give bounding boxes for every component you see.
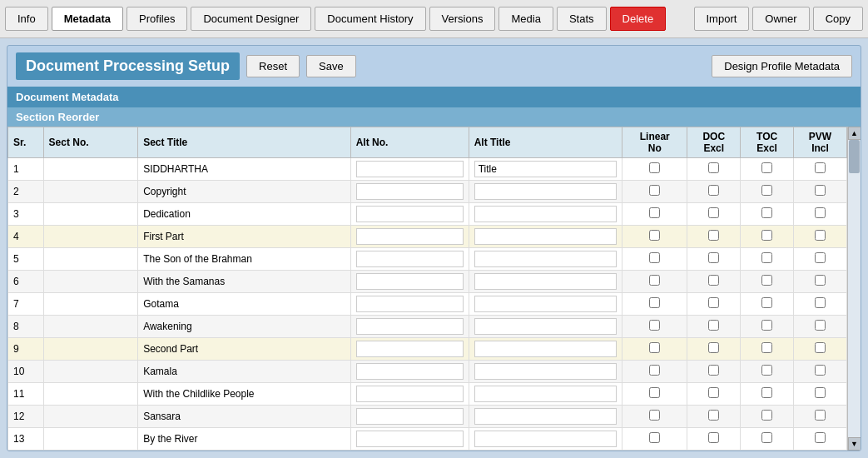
cell-alt-title[interactable] [469,406,622,428]
cell-alt-title[interactable] [469,203,622,226]
toolbar-btn-info[interactable]: Info [5,7,48,31]
checkbox-pvw-incl[interactable] [815,342,826,353]
input-alt-title[interactable] [474,206,618,222]
cell-pvw-incl[interactable] [794,406,847,428]
checkbox-doc-excl[interactable] [708,365,719,376]
checkbox-pvw-incl[interactable] [815,275,826,286]
input-alt-title[interactable] [474,408,618,425]
cell-pvw-incl[interactable] [794,293,847,316]
checkbox-toc-excl[interactable] [761,275,772,286]
cell-alt-no[interactable] [350,226,469,248]
checkbox-pvw-incl[interactable] [815,365,826,376]
cell-alt-no[interactable] [350,406,469,428]
cell-toc-excl[interactable] [741,181,794,203]
cell-pvw-incl[interactable] [794,383,847,406]
design-profile-button[interactable]: Design Profile Metadata [712,55,852,77]
checkbox-toc-excl[interactable] [761,387,772,398]
cell-alt-no[interactable] [350,293,469,316]
toolbar-btn-profiles[interactable]: Profiles [126,7,187,31]
checkbox-linear-no[interactable] [649,252,660,263]
input-alt-title[interactable] [474,386,618,402]
cell-toc-excl[interactable] [741,203,794,226]
cell-toc-excl[interactable] [741,271,794,293]
cell-linear-no[interactable] [622,271,687,293]
checkbox-toc-excl[interactable] [761,162,772,173]
cell-linear-no[interactable] [622,338,687,361]
checkbox-pvw-incl[interactable] [815,387,826,398]
input-alt-no[interactable] [356,296,464,312]
cell-alt-title[interactable] [469,181,622,203]
checkbox-doc-excl[interactable] [708,207,719,218]
cell-pvw-incl[interactable] [794,338,847,361]
checkbox-linear-no[interactable] [649,185,660,196]
checkbox-doc-excl[interactable] [708,432,719,443]
checkbox-pvw-incl[interactable] [815,432,826,443]
cell-alt-title[interactable] [469,226,622,248]
cell-linear-no[interactable] [622,451,687,451]
cell-alt-no[interactable] [350,361,469,383]
cell-alt-title[interactable] [469,428,622,451]
checkbox-pvw-incl[interactable] [815,410,826,421]
cell-alt-no[interactable] [350,248,469,271]
toolbar-btn-copy[interactable]: Copy [813,7,863,31]
checkbox-doc-excl[interactable] [708,297,719,308]
checkbox-pvw-incl[interactable] [815,320,826,331]
input-alt-no[interactable] [356,341,464,357]
cell-pvw-incl[interactable] [794,361,847,383]
cell-pvw-incl[interactable] [794,428,847,451]
toolbar-btn-document-history[interactable]: Document History [315,7,425,31]
toolbar-btn-metadata[interactable]: Metadata [52,7,123,31]
checkbox-doc-excl[interactable] [708,320,719,331]
cell-doc-excl[interactable] [687,181,741,203]
cell-doc-excl[interactable] [687,271,741,293]
cell-doc-excl[interactable] [687,361,741,383]
cell-pvw-incl[interactable] [794,271,847,293]
cell-doc-excl[interactable] [687,383,741,406]
checkbox-doc-excl[interactable] [708,410,719,421]
cell-linear-no[interactable] [622,406,687,428]
checkbox-pvw-incl[interactable] [815,185,826,196]
cell-pvw-incl[interactable] [794,451,847,451]
cell-toc-excl[interactable] [741,316,794,338]
checkbox-doc-excl[interactable] [708,387,719,398]
cell-doc-excl[interactable] [687,293,741,316]
cell-alt-no[interactable] [350,383,469,406]
cell-alt-title[interactable] [469,361,622,383]
input-alt-title[interactable] [474,318,618,335]
checkbox-linear-no[interactable] [649,432,660,443]
save-button[interactable]: Save [306,55,356,77]
scroll-track[interactable] [848,140,861,437]
toolbar-btn-import[interactable]: Import [694,7,750,31]
checkbox-linear-no[interactable] [649,230,660,241]
input-alt-no[interactable] [356,273,464,290]
cell-doc-excl[interactable] [687,451,741,451]
input-alt-no[interactable] [356,363,464,380]
cell-doc-excl[interactable] [687,428,741,451]
cell-alt-no[interactable] [350,203,469,226]
cell-alt-title[interactable] [469,316,622,338]
input-alt-title[interactable] [474,228,618,245]
cell-alt-no[interactable] [350,428,469,451]
cell-alt-title[interactable] [469,271,622,293]
checkbox-doc-excl[interactable] [708,275,719,286]
checkbox-toc-excl[interactable] [761,207,772,218]
input-alt-title[interactable] [474,341,618,357]
scrollbar[interactable]: ▲ ▼ [847,127,861,451]
input-alt-no[interactable] [356,228,464,245]
cell-toc-excl[interactable] [741,428,794,451]
checkbox-doc-excl[interactable] [708,185,719,196]
cell-toc-excl[interactable] [741,293,794,316]
cell-linear-no[interactable] [622,383,687,406]
cell-doc-excl[interactable] [687,316,741,338]
cell-alt-no[interactable] [350,316,469,338]
cell-linear-no[interactable] [622,316,687,338]
checkbox-doc-excl[interactable] [708,162,719,173]
checkbox-linear-no[interactable] [649,275,660,286]
checkbox-toc-excl[interactable] [761,342,772,353]
cell-linear-no[interactable] [622,226,687,248]
cell-pvw-incl[interactable] [794,226,847,248]
scroll-thumb[interactable] [849,140,860,173]
toolbar-btn-owner[interactable]: Owner [752,7,809,31]
input-alt-no[interactable] [356,431,464,447]
cell-doc-excl[interactable] [687,338,741,361]
